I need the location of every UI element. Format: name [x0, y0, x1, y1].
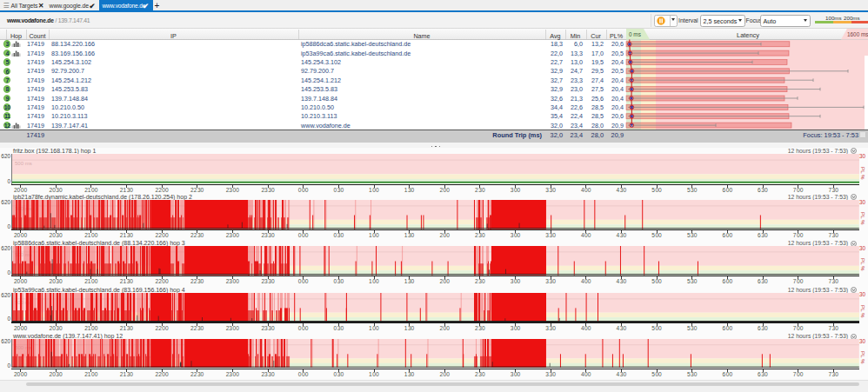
svg-text:500 ms: 500 ms [15, 161, 32, 166]
